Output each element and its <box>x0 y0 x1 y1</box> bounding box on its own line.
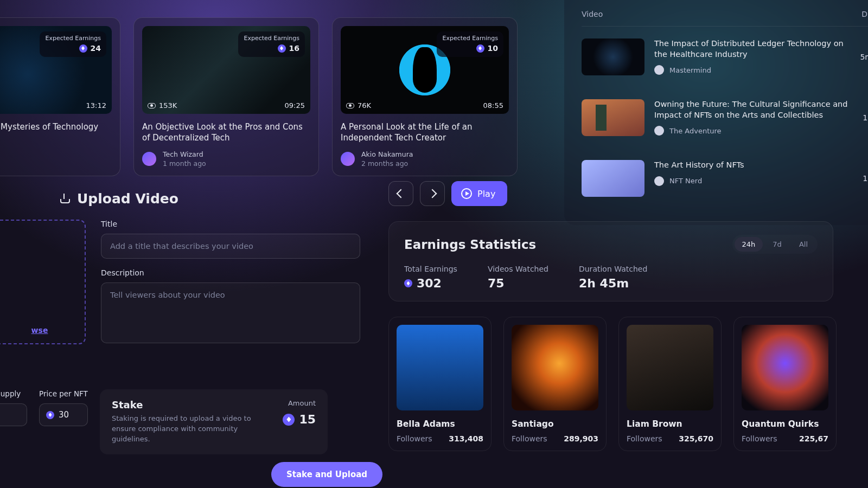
max-supply-label: Max Supply <box>0 389 27 398</box>
followers-label: Followers <box>512 434 547 443</box>
creator-name: Liam Brown <box>627 419 713 429</box>
playlist-title: Owning the Future: The Cultural Signific… <box>654 99 853 120</box>
duration-watched-label: Duration Watched <box>579 265 647 273</box>
creator-image <box>397 325 483 410</box>
coin-icon <box>278 44 286 53</box>
video-age: 2 months ago <box>361 159 413 168</box>
duration-watched-value: 2h 45m <box>579 277 647 290</box>
stake-title: Stake <box>112 399 258 410</box>
creator-card[interactable]: Bella Adams Followers313,408 <box>388 317 492 451</box>
video-thumbnail[interactable]: Expected Earnings 24 13:12 <box>0 26 112 114</box>
coin-icon <box>46 411 54 419</box>
eye-icon <box>148 103 156 108</box>
video-age: 1 month ago <box>163 159 206 168</box>
arrow-right-icon <box>428 189 437 198</box>
playlist-item[interactable]: The Art History of NFTs NFT Nerd 13 <box>582 148 868 209</box>
avatar <box>654 126 664 136</box>
followers-label: Followers <box>397 434 432 443</box>
creator-image <box>742 325 828 410</box>
stake-box: Stake Staking is required to upload a vi… <box>100 389 328 454</box>
playlist-item[interactable]: Owning the Future: The Cultural Signific… <box>582 87 868 148</box>
followers-value: 289,903 <box>564 434 598 443</box>
videos-watched-value: 75 <box>488 277 548 290</box>
videos-watched-label: Videos Watched <box>488 265 548 273</box>
creator-name: Quantum Quirks <box>742 419 828 429</box>
creator-name: Santiago <box>512 419 598 429</box>
video-views: 153K <box>148 101 177 110</box>
seg-7d[interactable]: 7d <box>765 237 789 252</box>
creators-row: Bella Adams Followers313,408 Santiago Fo… <box>388 317 837 451</box>
playlist-title: The Impact of Distributed Ledger Technol… <box>654 38 850 60</box>
price-label: Price per NFT <box>39 389 88 398</box>
total-earnings-value: 302 <box>417 277 442 290</box>
video-card[interactable]: Expected Earnings 16 153K 09:25 An Objec… <box>133 17 319 176</box>
supply-stake-row: Max Supply 20 Price per NFT 30 Stake Sta… <box>0 389 328 454</box>
playlist-thumb <box>582 99 644 136</box>
video-duration: 13:12 <box>86 101 106 110</box>
arrow-left-icon <box>397 189 406 198</box>
play-button[interactable]: Play <box>451 181 507 206</box>
video-title: An Objective Look at the Pros and Cons o… <box>142 121 310 144</box>
playlist-duration: 10 <box>863 113 868 122</box>
playlist-col-duration: Du <box>861 10 868 18</box>
video-duration: 08:55 <box>483 101 503 110</box>
avatar <box>654 176 664 186</box>
price-input[interactable]: 30 <box>39 403 88 426</box>
description-label: Description <box>101 268 360 277</box>
title-input[interactable] <box>101 234 360 259</box>
play-icon <box>461 188 472 199</box>
playlist-thumb <box>582 160 644 197</box>
total-earnings-label: Total Earnings <box>404 265 457 273</box>
followers-label: Followers <box>742 434 777 443</box>
video-card[interactable]: Expected Earnings 24 13:12 Decoding the … <box>0 17 120 176</box>
expected-earnings-badge: Expected Earnings 24 <box>40 31 106 57</box>
coin-icon <box>404 279 412 287</box>
video-author: Akio Nakamura <box>361 150 413 158</box>
creator-image <box>512 325 598 410</box>
avatar <box>341 152 355 166</box>
carousel-controls: Play <box>388 181 507 206</box>
video-thumbnail[interactable]: Expected Earnings 16 153K 09:25 <box>142 26 310 114</box>
avatar <box>142 152 156 166</box>
upload-header: Upload Video <box>77 191 178 207</box>
creator-card[interactable]: Santiago Followers289,903 <box>503 317 607 451</box>
followers-value: 325,670 <box>679 434 713 443</box>
creator-name: Bella Adams <box>397 419 483 429</box>
creator-card[interactable]: Quantum Quirks Followers225,67 <box>733 317 837 451</box>
followers-label: Followers <box>627 434 662 443</box>
creator-card[interactable]: Liam Brown Followers325,670 <box>618 317 722 451</box>
playlist-col-video: Video <box>582 10 603 18</box>
next-button[interactable] <box>420 181 445 206</box>
earnings-statistics: Earnings Statistics 24h 7d All Total Ear… <box>388 221 833 301</box>
prev-button[interactable] <box>388 181 413 206</box>
playlist-duration: 5m <box>860 53 868 61</box>
followers-value: 225,67 <box>799 434 828 443</box>
file-dropzone[interactable]: wse <box>0 220 86 344</box>
playlist-item[interactable]: The Impact of Distributed Ledger Technol… <box>582 27 868 87</box>
video-card[interactable]: Expected Earnings 10 76K 08:55 A Persona… <box>332 17 518 176</box>
expected-earnings-badge: Expected Earnings 16 <box>238 31 305 57</box>
followers-value: 313,408 <box>449 434 483 443</box>
video-title: Decoding the Mysteries of Technology <box>0 121 112 132</box>
stake-upload-button[interactable]: Stake and Upload <box>271 462 382 487</box>
browse-link[interactable]: wse <box>31 326 48 335</box>
time-segment: 24h 7d All <box>732 235 818 254</box>
playlist-panel: Video Du The Impact of Distributed Ledge… <box>564 0 868 225</box>
stake-desc: Staking is required to upload a video to… <box>112 414 258 445</box>
video-author: Tech Wizard <box>163 150 206 158</box>
playlist-title: The Art History of NFTs <box>654 160 853 171</box>
coin-icon <box>476 44 484 53</box>
video-thumbnail[interactable]: Expected Earnings 10 76K 08:55 <box>341 26 509 114</box>
max-supply-input[interactable]: 20 <box>0 403 27 426</box>
creator-image <box>627 325 713 410</box>
seg-24h[interactable]: 24h <box>735 237 763 252</box>
upload-icon <box>59 194 69 204</box>
video-duration: 09:25 <box>285 101 305 110</box>
eye-icon <box>346 103 354 108</box>
title-label: Title <box>101 220 360 228</box>
stats-title: Earnings Statistics <box>404 237 536 252</box>
seg-all[interactable]: All <box>792 237 815 252</box>
avatar <box>654 65 664 75</box>
description-input[interactable] <box>101 282 360 343</box>
expected-earnings-badge: Expected Earnings 10 <box>437 31 503 57</box>
